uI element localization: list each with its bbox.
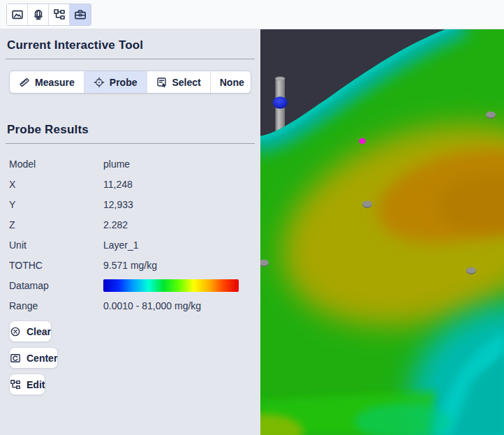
tab-select-label: Select [172,77,201,88]
image-icon [11,8,24,21]
result-row-datamap: Datamap [0,275,260,295]
row-label: TOTHC [9,260,103,271]
result-row-x: X 11,248 [0,174,260,194]
datamap-colorbar [103,279,239,292]
row-value: 9.571 mg/kg [103,260,260,271]
row-value: plume [103,158,260,170]
3d-viewport[interactable] [260,29,504,435]
globe-button[interactable] [28,4,49,25]
divider [6,59,255,59]
crosshair-icon [94,77,105,88]
toolbox-button[interactable] [70,4,91,25]
divider [6,143,255,144]
row-label: Datamap [9,280,103,291]
toolbar-button-group [6,3,91,26]
well-depth-sphere [273,96,288,109]
row-value: Layer_1 [103,239,260,251]
center-view-icon [10,353,21,364]
toolbox-icon [74,8,87,21]
results-title: Probe Results [7,123,253,137]
row-label: Unit [9,239,103,251]
hierarchy-icon [53,8,66,21]
result-row-tothc: TOTHC 9.571 mg/kg [0,255,260,275]
probe-actions: Clear Center Edit [0,320,260,395]
scene-image-button[interactable] [7,4,28,25]
center-button[interactable]: Center [9,347,58,369]
row-value: 12,933 [103,199,260,210]
globe-icon [32,8,45,21]
main-toolbar [0,0,504,29]
result-row-unit: Unit Layer_1 [0,235,260,255]
row-value: 0.0010 - 81,000 mg/kg [103,300,260,311]
row-value: 2.282 [103,219,260,230]
row-value: 11,248 [103,179,260,190]
tab-probe[interactable]: Probe [84,71,147,93]
probe-marker[interactable] [359,138,366,145]
clear-button[interactable]: Clear [9,320,52,342]
interactive-tool-group: Measure Probe Select None [9,71,251,94]
result-row-z: Z 2.282 [0,214,260,235]
result-row-range: Range 0.0010 - 81,000 mg/kg [0,295,260,316]
row-label: Y [9,199,103,210]
tab-measure[interactable]: Measure [10,71,84,93]
edit-button-label: Edit [27,379,45,390]
well-marker[interactable] [466,267,476,274]
probe-results-table: Model plume X 11,248 Y 12,933 Z 2.282 Un… [0,154,260,316]
tab-probe-label: Probe [110,77,138,88]
panel-title: Current Interactive Tool [7,38,253,52]
center-button-label: Center [27,353,57,364]
result-row-y: Y 12,933 [0,194,260,214]
tab-measure-label: Measure [35,77,75,88]
row-label: X [9,179,103,190]
tool-panel: Current Interactive Tool Measure Probe [0,29,260,435]
tab-select[interactable]: Select [147,71,211,93]
ruler-icon [19,77,30,88]
select-icon [156,77,168,88]
row-value [103,279,260,291]
well-marker[interactable] [362,201,372,208]
edit-button[interactable]: Edit [9,374,45,395]
row-label: Z [9,219,103,230]
well-marker[interactable] [486,112,496,119]
tab-none-label: None [220,77,244,88]
hierarchy-icon [10,379,21,390]
hierarchy-button[interactable] [49,4,70,25]
result-row-model: Model plume [0,154,260,174]
row-label: Range [9,300,103,311]
row-label: Model [9,158,103,170]
clear-button-label: Clear [27,326,51,337]
plume-surface-render [260,29,504,435]
tab-none[interactable]: None [211,71,251,93]
clear-circle-x-icon [10,326,21,337]
